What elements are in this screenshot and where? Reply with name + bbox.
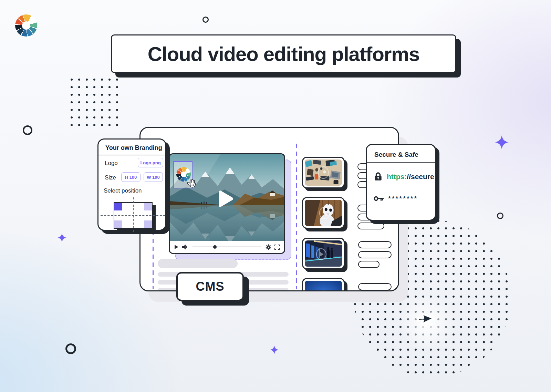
sparkle-icon (495, 135, 509, 149)
secure-panel-title: Secure & Safe (374, 151, 418, 158)
crosshair-horizontal (101, 215, 165, 216)
width-field[interactable]: W 100 (144, 172, 163, 182)
branding-panel-title: Your own Branding (105, 144, 162, 152)
position-cell-bottom-right[interactable] (144, 220, 152, 228)
cms-badge: CMS (176, 272, 244, 301)
skeleton-pill (357, 223, 384, 229)
url-scheme: https: (387, 173, 407, 180)
sparkle-icon (270, 345, 279, 354)
decor-circle-top (202, 17, 209, 23)
crosshair-vertical (133, 197, 134, 232)
thumbnail-image (305, 159, 342, 186)
brand-colorwheel-logo (15, 14, 37, 37)
sparkle-icon (58, 233, 66, 242)
skeleton-pill (358, 261, 380, 268)
thumbnail-image (305, 281, 342, 291)
logo-file-button[interactable]: Logo.png (138, 158, 163, 167)
lock-icon (374, 172, 383, 182)
logo-drag-selection[interactable] (173, 161, 193, 188)
progress-knob[interactable] (213, 245, 217, 249)
skeleton-heading-bar (158, 259, 238, 268)
cms-label: CMS (196, 279, 225, 294)
title-card: Cloud video editing platforms (111, 34, 456, 73)
password-mask: ******** (388, 195, 418, 203)
thumbnail-image (305, 240, 342, 267)
size-label: Size (105, 174, 116, 181)
logo-label: Logo (105, 160, 118, 167)
divider (367, 162, 435, 163)
secure-password-row: ******** (374, 195, 418, 203)
settings-gear-icon[interactable] (266, 244, 271, 250)
play-button[interactable] (216, 189, 236, 209)
position-cell-bottom-left[interactable] (114, 220, 122, 228)
skeleton-pill (358, 251, 392, 258)
branding-panel: Your own Branding Logo Logo.png Size H 1… (97, 138, 166, 231)
divider (98, 155, 165, 155)
video-player[interactable] (169, 153, 285, 254)
progress-bar[interactable] (193, 247, 261, 247)
skeleton-pill (358, 241, 392, 248)
url-path: //secure (407, 173, 434, 180)
video-controls-bar (170, 241, 284, 253)
thumbnail-office-desks[interactable] (302, 157, 345, 188)
thumbnail-image (305, 200, 342, 226)
dot-grid-small (71, 79, 126, 134)
decor-circle-bottom-left (65, 343, 76, 354)
select-position-label: Select position (104, 187, 142, 194)
secure-url-row: https://secure (374, 172, 434, 182)
position-picker (98, 195, 167, 232)
fullscreen-icon[interactable] (274, 245, 280, 250)
grab-hand-cursor-icon (186, 178, 197, 190)
decor-circle-right (497, 213, 503, 219)
position-cell-top-left[interactable] (114, 203, 122, 210)
position-cell-top-right[interactable] (144, 203, 152, 210)
thumbnail-robot[interactable] (302, 197, 345, 229)
layout-guide-right (296, 144, 297, 289)
secure-safe-panel: Secure & Safe https://secure ******** (366, 144, 436, 221)
key-icon (374, 196, 384, 202)
page-title: Cloud video editing platforms (148, 42, 419, 65)
play-icon[interactable] (174, 245, 179, 249)
volume-icon[interactable] (182, 244, 188, 250)
thumbnail-blue-video[interactable] (302, 278, 345, 291)
thumbnail-corridor[interactable] (302, 238, 345, 269)
mouse-cursor-icon (413, 307, 441, 335)
decor-circle-left (23, 125, 32, 135)
height-field[interactable]: H 100 (121, 172, 141, 182)
skeleton-pill (358, 283, 392, 290)
infographic-canvas: Cloud video editing platforms (0, 0, 551, 392)
cms-window (139, 127, 399, 291)
